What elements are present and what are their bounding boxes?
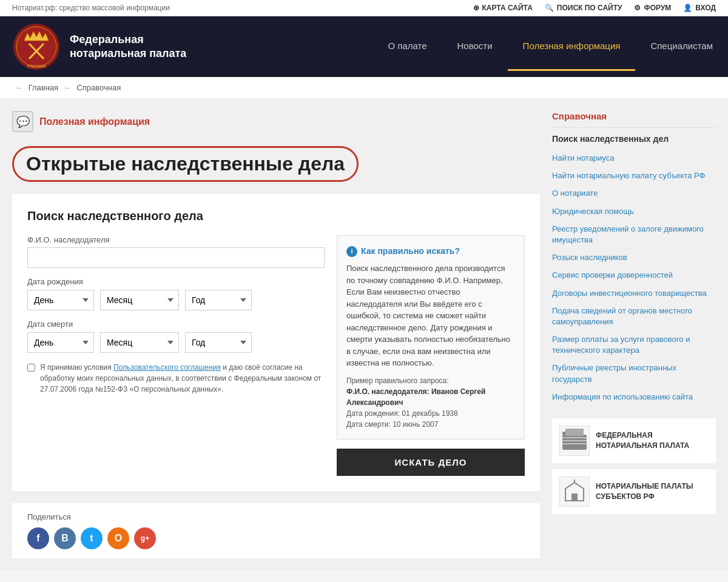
snp-emblem <box>559 477 590 507</box>
nav-news[interactable]: Новости <box>442 22 508 71</box>
main-content: 💬 Полезная информация Открытые наследств… <box>12 111 540 558</box>
sidebar-link-8[interactable]: Подача сведений от органов местного само… <box>552 303 716 331</box>
breadcrumb-arrow-1: ← <box>15 83 23 92</box>
section-icon: 💬 <box>12 111 33 132</box>
sidebar-link-9[interactable]: Размер оплаты за услуги правового и техн… <box>552 331 716 360</box>
birth-day-select[interactable]: День123456789101112131415161718192021222… <box>27 290 94 310</box>
death-date-section: Дата смерти День123456789101112131415161… <box>27 319 325 353</box>
svg-rect-7 <box>562 435 587 450</box>
example-text: Пример правильного запроса: Ф.И.О. насле… <box>346 375 515 430</box>
example-birth: 01 декабрь 1938 <box>402 409 457 418</box>
main-nav: О палате Новости Полезная информация Спе… <box>372 22 728 71</box>
birth-date-section: Дата рождения День1234567891011121314151… <box>27 277 325 310</box>
birth-day-group: День123456789101112131415161718192021222… <box>27 290 94 310</box>
chat-icon: 💬 <box>16 115 30 129</box>
vk-icon[interactable]: В <box>54 527 76 549</box>
sidebar: Справочная Поиск наследственных дел Найт… <box>552 111 716 558</box>
form-right: i Как правильно искать? Поиск наследстве… <box>337 235 525 476</box>
form-two-col: Ф.И.О. наследодателя Дата рождения День1… <box>27 235 525 476</box>
sidebar-link-1[interactable]: Найти нотариальную палату субъекта РФ <box>552 167 716 185</box>
sidebar-link-3[interactable]: Юридическая помощь <box>552 203 716 221</box>
nav-specialists[interactable]: Специалистам <box>635 22 728 71</box>
form-title: Поиск наследственного дела <box>27 209 525 223</box>
search-button[interactable]: ИСКАТЬ ДЕЛО <box>337 449 525 476</box>
agreement-link[interactable]: Пользовательского соглашения <box>113 363 221 372</box>
example-death: 10 июнь 2007 <box>393 420 438 429</box>
sidebar-link-4[interactable]: Реестр уведомлений о залоге движимого им… <box>552 221 716 249</box>
site-title: Федеральная нотариальная палата <box>70 33 221 61</box>
breadcrumb-home[interactable]: Главная <box>29 83 58 92</box>
info-icon: i <box>346 246 357 257</box>
breadcrumb-reference[interactable]: Справочная <box>76 83 121 92</box>
sidebar-link-11[interactable]: Информация по использованию сайта <box>552 389 716 406</box>
share-label: Поделиться <box>27 512 525 521</box>
birth-date-label: Дата рождения <box>27 277 325 286</box>
fio-group: Ф.И.О. наследодателя <box>27 235 325 268</box>
agreement-checkbox[interactable] <box>27 364 35 372</box>
form-card: Поиск наследственного дела Ф.И.О. наслед… <box>12 194 540 491</box>
main-header: РОССИЯ Федеральная нотариальная палата О… <box>0 16 728 77</box>
birth-date-row: День123456789101112131415161718192021222… <box>27 290 325 310</box>
fnp-text: ФЕДЕРАЛЬНАЯ НОТАРИАЛЬНАЯ ПАЛАТА <box>596 430 709 451</box>
page-title-wrapper: Открытые наследственные дела <box>12 146 359 182</box>
sidebar-links: Найти нотариуса Найти нотариальную палат… <box>552 150 716 406</box>
death-month-select[interactable]: МесяцЯнварьФевральМартАпрельМайИюньИюльА… <box>100 332 179 353</box>
nav-useful[interactable]: Полезная информация <box>508 22 636 71</box>
sidebar-title: Справочная <box>552 111 716 128</box>
logo-emblem: РОССИЯ <box>12 22 61 71</box>
fio-input[interactable] <box>27 247 325 268</box>
checkbox-text: Я принимаю условия Пользовательского сог… <box>40 362 325 395</box>
svg-text:РОССИЯ: РОССИЯ <box>27 64 46 69</box>
svg-rect-16 <box>571 493 578 501</box>
svg-point-1 <box>16 27 56 67</box>
sitemap-icon: ⊕ <box>473 4 479 12</box>
gplus-icon[interactable]: g+ <box>134 527 156 549</box>
sidebar-link-6[interactable]: Сервис проверки доверенностей <box>552 267 716 284</box>
top-bar-nav: ⊕ КАРТА САЙТА 🔍 ПОИСК ПО САЙТУ ⚙ ФОРУМ 👤… <box>473 4 716 12</box>
sidebar-link-7[interactable]: Договоры инвестиционного товарищества <box>552 285 716 303</box>
birth-year-select[interactable]: Год2024202320222021202020192018201720162… <box>185 290 252 310</box>
section-header: 💬 Полезная информация <box>12 111 540 137</box>
sidebar-link-10[interactable]: Публичные реестры иностранных государств <box>552 360 716 388</box>
share-section: Поделиться f В t О g+ <box>12 503 540 558</box>
login-link[interactable]: 👤 ВХОД <box>683 4 716 12</box>
snp-text: НОТАРИАЛЬНЫЕ ПАЛАТЫ СУБЪЕКТОВ РФ <box>596 481 709 502</box>
death-year-group: Год2024202320222021202020192018201720162… <box>185 332 252 353</box>
ok-icon[interactable]: О <box>107 527 129 549</box>
birth-month-group: МесяцЯнварьФевральМартАпрельМайИюньИюльА… <box>100 290 179 310</box>
death-year-select[interactable]: Год2024202320222021202020192018201720162… <box>185 332 252 353</box>
info-box-text: Поиск наследственного дела производится … <box>346 263 515 369</box>
info-box: i Как правильно искать? Поиск наследстве… <box>337 235 525 440</box>
twitter-icon[interactable]: t <box>81 527 103 549</box>
form-left: Ф.И.О. наследодателя Дата рождения День1… <box>27 235 325 476</box>
social-icons: f В t О g+ <box>27 527 525 549</box>
sidebar-logo-snp: НОТАРИАЛЬНЫЕ ПАЛАТЫ СУБЪЕКТОВ РФ <box>552 469 716 514</box>
nav-about[interactable]: О палате <box>372 22 442 71</box>
logo-area: РОССИЯ Федеральная нотариальная палата <box>0 16 234 77</box>
fio-label: Ф.И.О. наследодателя <box>27 235 325 244</box>
content-wrapper: 💬 Полезная информация Открытые наследств… <box>0 99 728 570</box>
sitemap-link[interactable]: ⊕ КАРТА САЙТА <box>473 4 533 12</box>
top-bar: Нотариат.рф: средство массовой информаци… <box>0 0 728 16</box>
death-day-select[interactable]: День123456789101112131415161718192021222… <box>27 332 94 353</box>
sidebar-logo-fnp: ФЕДЕРАЛЬНАЯ НОТАРИАЛЬНАЯ ПАЛАТА <box>552 418 716 463</box>
sidebar-link-2[interactable]: О нотариате <box>552 185 716 202</box>
top-bar-left-text: Нотариат.рф: средство массовой информаци… <box>12 4 170 12</box>
svg-rect-9 <box>565 429 584 436</box>
page-title: Открытые наследственные дела <box>12 146 359 182</box>
facebook-icon[interactable]: f <box>27 527 49 549</box>
sidebar-link-0[interactable]: Найти нотариуса <box>552 150 716 167</box>
search-icon: 🔍 <box>545 4 554 12</box>
birth-month-select[interactable]: МесяцЯнварьФевральМартАпрельМайИюньИюльА… <box>100 290 179 310</box>
breadcrumb: ← Главная ← Справочная <box>0 77 728 99</box>
sidebar-link-5[interactable]: Розыск наследников <box>552 249 716 267</box>
forum-link[interactable]: ⚙ ФОРУМ <box>634 4 671 12</box>
info-box-title: i Как правильно искать? <box>346 245 515 258</box>
search-link[interactable]: 🔍 ПОИСК ПО САЙТУ <box>545 4 622 12</box>
user-icon: 👤 <box>683 4 692 12</box>
death-month-group: МесяцЯнварьФевральМартАпрельМайИюньИюльА… <box>100 332 179 353</box>
birth-year-group: Год2024202320222021202020192018201720162… <box>185 290 252 310</box>
sidebar-active-item: Поиск наследственных дел <box>552 134 716 144</box>
fnp-emblem <box>559 426 590 456</box>
death-day-group: День123456789101112131415161718192021222… <box>27 332 94 353</box>
